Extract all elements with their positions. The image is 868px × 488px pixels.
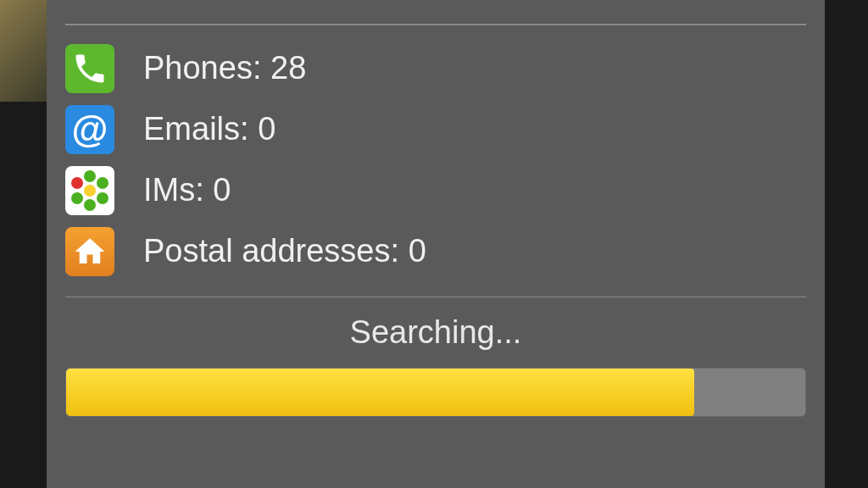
search-progress-bar <box>65 368 806 417</box>
stat-row-emails: @ Emails: 0 <box>65 105 806 154</box>
svg-point-6 <box>84 185 96 197</box>
email-icon: @ <box>65 105 114 154</box>
divider-top <box>65 24 806 25</box>
svg-point-5 <box>71 177 83 189</box>
emails-count-label: Emails: 0 <box>143 111 275 147</box>
svg-point-1 <box>97 177 108 189</box>
postal-count-label: Postal addresses: 0 <box>143 233 426 269</box>
search-progress-dialog: Phones: 28 @ Emails: 0 IMs: 0 <box>47 0 825 488</box>
phone-icon <box>65 44 114 93</box>
ims-count-label: IMs: 0 <box>143 172 231 208</box>
contact-avatar <box>0 0 51 102</box>
svg-point-3 <box>84 199 96 211</box>
im-icon <box>65 166 114 215</box>
search-status-label: Searching... <box>65 314 806 351</box>
svg-point-0 <box>84 170 96 182</box>
stat-row-ims: IMs: 0 <box>65 166 806 215</box>
stat-row-postal: Postal addresses: 0 <box>65 227 806 276</box>
svg-point-2 <box>97 192 108 204</box>
search-progress-fill <box>66 369 694 416</box>
svg-point-4 <box>71 192 83 204</box>
stat-row-phones: Phones: 28 <box>65 44 806 93</box>
phones-count-label: Phones: 28 <box>143 50 306 86</box>
postal-icon <box>65 227 114 276</box>
divider-bottom <box>65 297 806 298</box>
